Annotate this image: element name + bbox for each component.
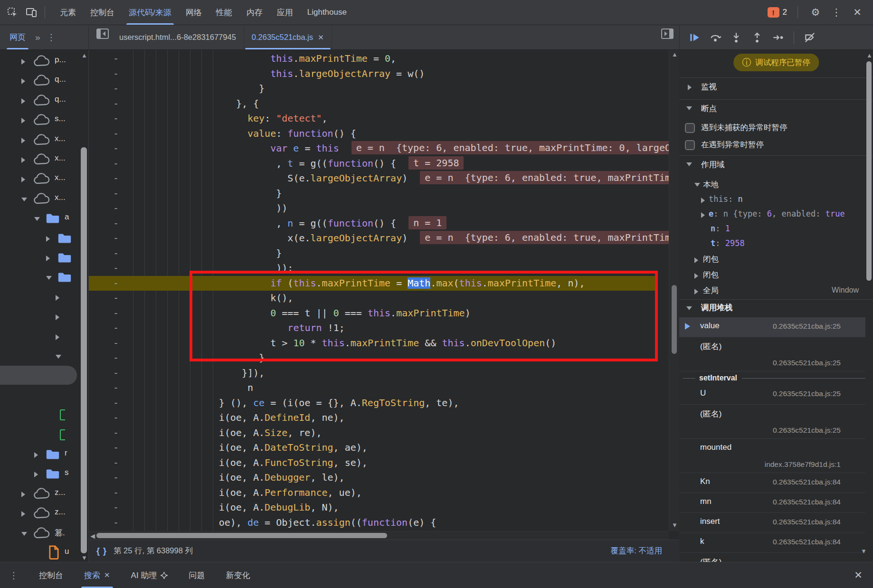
chevron-right-icon[interactable] [56, 295, 59, 301]
scope-row-8[interactable]: 全局Window [679, 284, 873, 299]
editor-tab-2[interactable]: 0.2635c521cba.js✕ [244, 25, 332, 49]
file-tree-row[interactable]: x... [0, 130, 89, 150]
hide-navigator-icon[interactable] [94, 25, 112, 42]
file-tree-row[interactable] [0, 228, 89, 248]
chevron-right-icon[interactable] [21, 157, 25, 163]
resume-script-icon[interactable] [685, 29, 703, 46]
device-toolbar-icon[interactable] [22, 4, 41, 21]
panel-tab-4[interactable]: 网络 [179, 0, 209, 25]
panel-tab-3[interactable]: 源代码/来源 [122, 0, 179, 25]
line-fold-marker[interactable]: - [111, 126, 121, 142]
chevron-right-icon[interactable] [694, 273, 698, 279]
callstack-frame-10[interactable]: k0.2635c521cba.js:84 [679, 533, 865, 553]
line-fold-marker[interactable]: - [111, 291, 121, 306]
chevron-right-icon[interactable] [694, 289, 698, 294]
editor-tab-1[interactable]: userscript.html...6-8e2831677945 [112, 25, 244, 49]
step-over-icon[interactable] [706, 29, 724, 46]
close-devtools-icon[interactable]: ✕ [850, 7, 864, 18]
chevron-right-icon[interactable] [701, 198, 705, 203]
chevron-right-icon[interactable] [46, 256, 50, 261]
line-fold-marker[interactable]: - [111, 156, 121, 171]
scroll-down-icon[interactable]: ▼ [672, 522, 678, 529]
panel-tab-5[interactable]: 性能 [209, 0, 239, 25]
line-fold-marker[interactable]: - [111, 276, 121, 291]
editor-hscroll-thumb[interactable] [96, 533, 387, 538]
file-tree-row[interactable]: u [0, 543, 89, 562]
chevron-right-icon[interactable] [21, 118, 25, 123]
chevron-right-icon[interactable] [56, 334, 59, 340]
callstack-frame-6[interactable]: mountedindex.3758e7f9d1d.js:1 [679, 439, 865, 473]
deactivate-breakpoints-icon[interactable] [801, 29, 819, 46]
file-tree-row[interactable] [0, 248, 89, 267]
drawer-tab-2[interactable]: 搜索✕ [79, 562, 115, 588]
close-drawer-icon[interactable]: ✕ [851, 569, 865, 581]
chevron-right-icon[interactable] [21, 177, 25, 182]
scope-row-2[interactable]: this: n [679, 193, 873, 208]
pause-exceptions-checkbox[interactable] [685, 140, 695, 150]
file-tree-row[interactable]: a [0, 209, 89, 228]
file-tree-row[interactable] [0, 405, 89, 425]
chevron-right-icon[interactable] [21, 138, 25, 143]
close-tab-icon[interactable]: ✕ [318, 33, 324, 42]
line-fold-marker[interactable]: - [111, 231, 121, 246]
watch-section-header[interactable]: 监视 [679, 77, 873, 99]
panel-tab-8[interactable]: Lighthouse [300, 0, 354, 25]
pause-uncaught-exceptions-checkbox[interactable] [685, 123, 695, 133]
scroll-down-icon[interactable]: ▼ [81, 554, 87, 561]
scope-row-3[interactable]: e: n {type: 6, enabled: true [679, 208, 873, 222]
devtools-menu-icon[interactable]: ⋮ [829, 7, 844, 18]
chevron-right-icon[interactable] [21, 59, 25, 65]
file-tree-row[interactable]: p... [0, 51, 89, 71]
line-fold-marker[interactable]: - [111, 246, 121, 261]
callstack-frame-9[interactable]: insert0.2635c521cba.js:84 [679, 513, 865, 533]
line-fold-marker[interactable]: - [111, 111, 121, 126]
line-fold-marker[interactable]: - [111, 201, 121, 216]
callstack-frame-2[interactable]: (匿名)0.2635c521cba.js:25 [679, 337, 865, 371]
callstack-frame-5[interactable]: (匿名)0.2635c521cba.js:25 [679, 405, 865, 439]
scroll-up-icon[interactable]: ▲ [81, 52, 87, 59]
line-fold-marker[interactable]: - [111, 306, 121, 321]
callstack-frame-1[interactable]: value0.2635c521cba.js:25 [679, 317, 865, 337]
navigator-menu-icon[interactable]: ⋮ [47, 32, 56, 43]
scope-row-5[interactable]: t: 2958 [679, 237, 873, 252]
callstack-frame-7[interactable]: Kn0.2635c521cba.js:84 [679, 473, 865, 493]
line-fold-marker[interactable]: - [111, 81, 121, 96]
line-fold-marker[interactable]: - [111, 380, 121, 396]
show-debugger-sidebar-icon[interactable] [658, 25, 676, 42]
file-tree-row[interactable]: 篡. [0, 523, 89, 543]
file-tree-row[interactable]: r [0, 445, 89, 464]
scroll-up-icon[interactable]: ▲ [672, 51, 678, 58]
file-tree-row[interactable] [0, 386, 89, 405]
file-tree-row[interactable]: x... [0, 189, 89, 209]
line-fold-marker[interactable]: - [111, 51, 121, 66]
scope-row-4[interactable]: n: 1 [679, 222, 873, 237]
callstack-frame-4[interactable]: U0.2635c521cba.js:25 [679, 385, 865, 405]
line-fold-marker[interactable]: - [111, 426, 121, 441]
chevron-right-icon[interactable] [21, 511, 25, 517]
navigator-tab-page[interactable]: 网页 [7, 25, 28, 49]
panel-tab-2[interactable]: 控制台 [83, 0, 122, 25]
file-tree-row[interactable]: z... [0, 484, 89, 503]
error-badge[interactable]: ! 2 [768, 7, 787, 18]
debugger-scrollbar-thumb[interactable] [866, 61, 872, 281]
file-tree-row[interactable] [0, 287, 89, 307]
chevron-down-icon[interactable] [56, 355, 61, 359]
callstack-section-header[interactable]: 调用堆栈 [679, 299, 873, 317]
chevron-down-icon[interactable] [46, 276, 52, 280]
editor-horizontal-scrollbar[interactable]: ◀ [89, 531, 669, 540]
navigator-scrollbar-thumb[interactable] [81, 147, 87, 553]
file-tree-row[interactable] [0, 267, 89, 287]
chevron-right-icon[interactable] [46, 236, 50, 242]
inspect-element-icon[interactable] [3, 4, 22, 21]
chevron-right-icon[interactable] [694, 257, 698, 263]
chevron-right-icon[interactable] [701, 212, 705, 218]
line-fold-marker[interactable]: - [111, 321, 121, 336]
line-fold-marker[interactable]: - [111, 336, 121, 351]
line-fold-marker[interactable]: - [111, 440, 121, 455]
drawer-tab-4[interactable]: 问题 [184, 562, 209, 588]
drawer-tab-5[interactable]: 新变化 [221, 562, 255, 588]
file-tree-row[interactable]: x... [0, 150, 89, 169]
line-fold-marker[interactable]: - [111, 396, 121, 411]
file-tree-row[interactable] [0, 425, 89, 445]
editor-vscroll-thumb[interactable] [672, 285, 677, 354]
